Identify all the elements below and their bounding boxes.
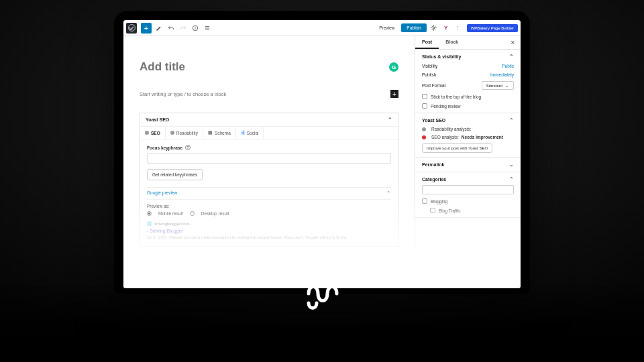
tab-schema[interactable]: ▦Schema <box>203 127 236 139</box>
post-format-label: Post Format <box>422 83 445 88</box>
google-preview-label: Google preview <box>147 190 177 196</box>
status-visibility-header[interactable]: Status & visibility⌃ <box>422 54 514 60</box>
globe-icon: 🌐 <box>147 221 152 227</box>
category-checkbox[interactable] <box>422 198 427 204</box>
tab-social[interactable]: ⇶Social <box>236 127 264 139</box>
publish-label: Publish <box>422 72 436 77</box>
workspace: Add title G Start writing or type / to c… <box>123 36 521 288</box>
status-dot-icon <box>422 135 426 139</box>
sidebar-tab-post[interactable]: Post <box>415 36 439 49</box>
categories-header[interactable]: Categories⌃ <box>422 176 514 182</box>
post-format-select[interactable]: Standard⌄ <box>482 81 514 90</box>
sidebar-yoast-header[interactable]: Yoast SEO⌃ <box>422 117 514 123</box>
info-icon[interactable] <box>191 23 200 33</box>
yoast-tabs: SEO Readability ▦Schema ⇶Social <box>140 127 398 139</box>
seo-analysis-label: SEO analysis: <box>431 135 459 139</box>
grammarly-icon[interactable]: G <box>389 62 398 72</box>
search-categories-input[interactable] <box>422 185 514 194</box>
status-dot-icon <box>422 127 426 131</box>
tab-readability-label: Readability <box>176 131 198 135</box>
undo-icon[interactable] <box>166 23 176 33</box>
google-preview-header[interactable]: Google preview ⌃ <box>147 187 391 200</box>
serp-preview: 🌐strivingblogger.com › - Striving Blogge… <box>147 221 391 241</box>
wordpress-logo-icon[interactable] <box>126 23 137 34</box>
improve-with-yoast-button[interactable]: Improve your post with Yoast SEO <box>422 143 492 153</box>
tab-schema-label: Schema <box>215 131 231 135</box>
desktop-result-label: Desktop result <box>201 211 229 216</box>
focus-keyphrase-input[interactable] <box>147 153 391 164</box>
help-icon[interactable]: ? <box>185 145 191 150</box>
related-keyphrases-button[interactable]: Get related keyphrases <box>147 169 203 180</box>
permalink-header[interactable]: Permalink⌄ <box>422 162 514 168</box>
category-label: Blogging <box>431 199 447 204</box>
serp-url: strivingblogger.com › <box>154 221 191 227</box>
desktop-result-radio[interactable] <box>190 211 195 216</box>
publish-link[interactable]: Immediately <box>490 72 514 77</box>
edit-mode-icon[interactable] <box>154 23 164 33</box>
mobile-result-label: Mobile result <box>158 211 183 216</box>
chevron-down-icon: ⌄ <box>509 162 514 168</box>
chevron-up-icon: ⌃ <box>386 190 391 196</box>
tab-readability[interactable]: Readability <box>166 127 203 139</box>
laptop-frame: + Preview Publish Y ⋮ WPB <box>114 11 530 294</box>
close-sidebar-icon[interactable]: ✕ <box>505 36 521 49</box>
editor-area: Add title G Start writing or type / to c… <box>123 36 415 288</box>
sticky-label: Stick to the top of the blog <box>431 95 481 99</box>
serp-title: - Striving Blogger <box>147 228 391 235</box>
svg-point-2 <box>433 27 435 29</box>
yoast-metabox: Yoast SEO ⌃ SEO Readability ▦Schema ⇶Soc… <box>140 113 398 247</box>
settings-sidebar: Post Block ✕ Status & visibility⌃ Visibi… <box>415 36 521 288</box>
status-dot-icon <box>170 131 174 135</box>
tab-seo-label: SEO <box>151 131 160 135</box>
options-icon[interactable]: ⋮ <box>453 23 463 33</box>
focus-keyphrase-label: Focus keyphrase ? <box>147 145 391 150</box>
chevron-up-icon: ⌃ <box>509 54 514 60</box>
wpbakery-button[interactable]: WPBakery Page Builder <box>467 24 518 32</box>
chevron-up-icon: ⌃ <box>509 176 514 182</box>
sticky-checkbox[interactable] <box>422 94 427 99</box>
yoast-plugin-icon[interactable]: Y <box>441 23 451 33</box>
chevron-up-icon: ⌃ <box>509 117 514 123</box>
post-title-input[interactable]: Add title <box>140 60 384 74</box>
editor-topbar: + Preview Publish Y ⋮ WPB <box>123 20 521 36</box>
serp-date: Jul 3, 2021 <box>147 235 166 239</box>
chevron-down-icon: ⌄ <box>504 82 509 88</box>
chevron-up-icon: ⌃ <box>388 117 392 123</box>
outline-icon[interactable] <box>203 23 212 33</box>
status-dot-icon <box>145 131 149 135</box>
pending-review-checkbox[interactable] <box>422 103 427 109</box>
tab-social-label: Social <box>247 131 259 135</box>
preview-as-label: Preview as: <box>147 204 391 208</box>
category-checkbox[interactable] <box>430 208 435 213</box>
pending-review-label: Pending review <box>431 104 460 109</box>
tab-seo[interactable]: SEO <box>140 127 166 139</box>
insert-block-icon[interactable]: + <box>390 90 398 98</box>
redo-icon[interactable] <box>178 23 188 33</box>
visibility-label: Visibility <box>422 64 437 68</box>
post-body-input[interactable]: Start writing or type / to choose a bloc… <box>140 91 390 97</box>
serp-description: Please provide a meta description by edi… <box>170 235 346 239</box>
screen: + Preview Publish Y ⋮ WPB <box>123 20 521 288</box>
yoast-panel-header[interactable]: Yoast SEO ⌃ <box>140 113 398 127</box>
readability-label: Readability analysis: <box>431 127 471 131</box>
visibility-link[interactable]: Public <box>502 64 514 68</box>
category-label: Blog Traffic <box>439 208 460 213</box>
mobile-result-radio[interactable] <box>147 211 152 216</box>
publish-button[interactable]: Publish <box>401 23 426 32</box>
add-block-button[interactable]: + <box>141 23 152 34</box>
sidebar-tab-block[interactable]: Block <box>439 36 465 49</box>
settings-gear-icon[interactable] <box>429 23 439 33</box>
yoast-panel-title: Yoast SEO <box>146 117 169 122</box>
brand-logo-icon <box>301 272 343 318</box>
preview-button[interactable]: Preview <box>375 23 398 32</box>
seo-analysis-value: Needs improvement <box>462 135 503 139</box>
